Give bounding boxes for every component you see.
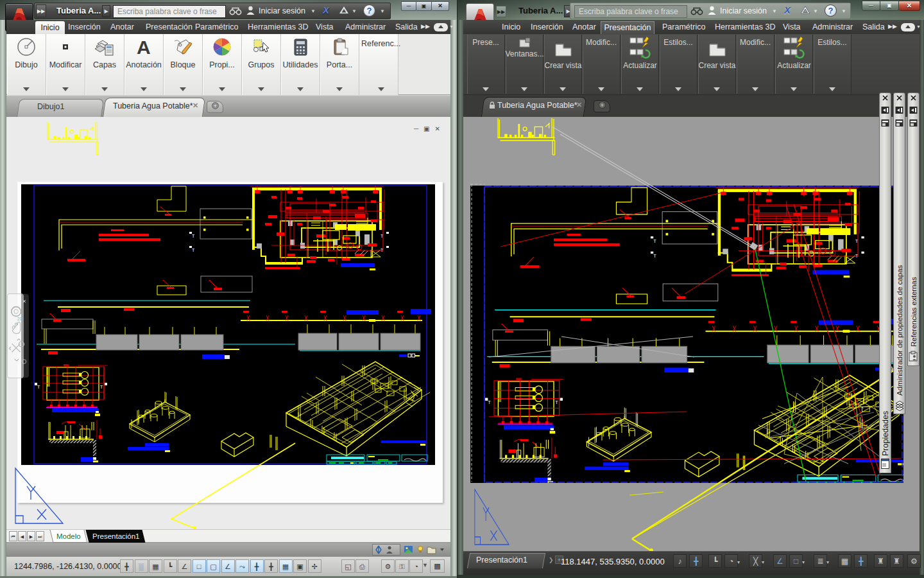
svg-text:Administrador de propiedades d: Administrador de propiedades de capas: [896, 265, 903, 396]
svg-text:Propiedades: Propiedades: [881, 411, 890, 456]
svg-text:2D: 2D: [17, 316, 23, 322]
svg-text:A: A: [137, 37, 151, 58]
svg-text:Referencias externas: Referencias externas: [910, 277, 918, 347]
